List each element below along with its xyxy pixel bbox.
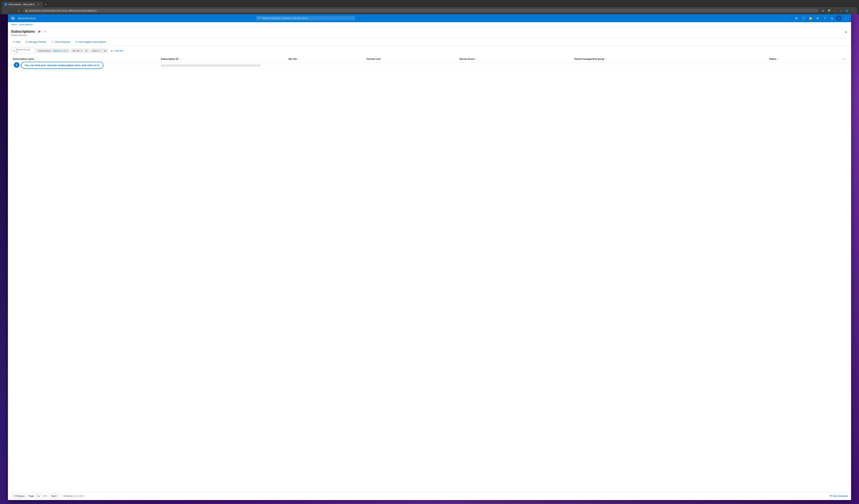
col-header-status[interactable]: Status ↑↓	[768, 56, 840, 63]
skeleton-id	[161, 64, 260, 67]
status-filter-label: Status ==	[92, 49, 102, 52]
toolbar: + + Add 📋 Manage Policies 📄 View Request…	[8, 38, 851, 46]
status-filter-value: all	[104, 49, 106, 52]
table-container: Subscription name ↑↓ Subscription ID ↑↓ …	[8, 56, 851, 492]
browser-toolbar: ← → ↻ 🔒 portal.azure.com/#view/Microsoft…	[2, 7, 857, 14]
col-header-actions: ⋯	[840, 56, 848, 63]
azure-window: Microsoft Azure 🔍 Search resources, serv…	[8, 14, 851, 500]
browser-actions: ⊞ 🧩 ☆ ▭ 👤 ⋮	[820, 8, 855, 13]
profile-icon[interactable]: 👤	[844, 8, 849, 13]
subscriptions-table: Subscription name ↑↓ Subscription ID ↑↓ …	[11, 56, 848, 69]
page-dropdown-icon: ∨	[39, 495, 41, 498]
feedback-icon: ⚑	[830, 495, 832, 498]
new-tab-button[interactable]: +	[43, 2, 48, 7]
browser-tabs: A Subscriptions - Microsoft A... ✕ +	[2, 2, 857, 7]
page-title-text: Subscriptions	[11, 30, 35, 34]
next-button[interactable]: Next >	[49, 494, 60, 499]
azure-logo[interactable]: Microsoft Azure	[18, 17, 36, 20]
col-header-subscription-id[interactable]: Subscription ID ↑↓	[159, 56, 287, 63]
myrole-filter-chip[interactable]: My role == all	[71, 49, 89, 53]
browser-extension-icon[interactable]: 🧩	[827, 8, 831, 13]
cell-row-actions	[840, 63, 848, 69]
col-header-parent-mgmt-group[interactable]: Parent management group ↑↓	[573, 56, 768, 63]
view-eligible-icon: 👁	[75, 41, 78, 43]
status-filter-chip[interactable]: Status == all	[90, 49, 108, 53]
give-feedback-button[interactable]: ⚑ Give feedback	[830, 495, 848, 498]
breadcrumb-subscriptions[interactable]: Subscriptions	[19, 24, 32, 26]
address-bar[interactable]: 🔒 portal.azure.com/#view/Microsoft_Azure…	[23, 9, 819, 13]
subscriptions-filter-value: Filtered (1 of 1)	[53, 49, 68, 52]
account-button[interactable]: 👤	[836, 15, 842, 21]
table-row[interactable]	[11, 63, 848, 69]
notifications-button[interactable]: 🔔	[808, 15, 814, 21]
cell-subscription-id	[159, 63, 287, 69]
col-header-subscription-name[interactable]: Subscription name ↑↓	[11, 56, 159, 63]
hamburger-menu-button[interactable]	[10, 16, 15, 20]
add-label: + Add	[14, 41, 20, 43]
minimize-button[interactable]: —	[43, 30, 47, 34]
page-content: Home › Subscriptions › Subscriptions 📌 —…	[8, 22, 851, 500]
manage-policies-button[interactable]: 📋 Manage Policies	[24, 40, 48, 44]
sidebar-icon[interactable]: ▭	[839, 8, 843, 13]
page-header: Subscriptions 📌 — Default Directory ✕	[8, 27, 851, 38]
azure-topbar: Microsoft Azure 🔍 Search resources, serv…	[8, 14, 851, 22]
more-options-icon[interactable]: ⋮	[850, 8, 855, 13]
bottom-bar: < Previous Page 1 ∨ of 1 Next > Showing …	[8, 492, 851, 500]
screen-cast-icon[interactable]: ⊞	[820, 8, 825, 13]
cloud-shell-button[interactable]: ⊞	[793, 15, 800, 21]
page-of-text: of 1	[43, 495, 47, 498]
bookmark-star-icon[interactable]: ☆	[832, 8, 837, 13]
sort-icon-secure: ↑↓	[476, 58, 478, 60]
directory-button[interactable]: ⬡	[800, 15, 807, 21]
page-number-select[interactable]: 1 ∨	[35, 494, 42, 498]
view-eligible-button[interactable]: 👁 View eligible subscriptions	[74, 40, 108, 44]
search-placeholder-text: Search resources, services, and docs (G+…	[262, 17, 308, 20]
breadcrumb-separator-1: ›	[18, 24, 18, 26]
page-title-row: Subscriptions 📌 —	[11, 30, 842, 34]
previous-button[interactable]: < Previous	[11, 494, 27, 499]
myrole-filter-value: all	[85, 49, 87, 52]
add-button[interactable]: + + Add	[11, 40, 22, 44]
sort-icon-name: ↑↓	[35, 58, 37, 60]
col-header-my-role[interactable]: My role ↑↓	[287, 56, 365, 63]
tab-close-button[interactable]: ✕	[37, 3, 40, 6]
address-lock-icon: 🔒	[25, 10, 28, 12]
feedback-label: Give feedback	[833, 495, 848, 498]
view-eligible-label: View eligible subscriptions	[78, 41, 106, 43]
myrole-filter-label: My role ==	[73, 49, 83, 52]
add-filter-button[interactable]: ⊕ + Add filter	[109, 49, 125, 53]
help-button[interactable]: ?	[822, 15, 828, 21]
breadcrumb-home[interactable]: Home	[11, 24, 17, 26]
callout-bubble: You can find your relevant susbscription…	[21, 62, 103, 69]
search-icon: 🔍	[258, 17, 261, 20]
settings-button[interactable]: ⚙	[815, 15, 821, 21]
feedback-topbar-button[interactable]: ◎	[829, 15, 835, 21]
browser-chrome: A Subscriptions - Microsoft A... ✕ + ← →…	[0, 0, 859, 14]
table-options-button[interactable]: ⋯	[842, 57, 846, 61]
manage-policies-label: Manage Policies	[29, 41, 46, 43]
table-header-row: Subscription name ↑↓ Subscription ID ↑↓ …	[11, 56, 848, 63]
add-filter-label: + Add filter	[113, 49, 124, 52]
sort-icon-parent: ↑↓	[605, 58, 607, 60]
address-text: portal.azure.com/#view/Microsoft_Azure_B…	[29, 10, 97, 12]
col-header-secure-score[interactable]: Secure Score ↑↓	[458, 56, 573, 63]
subscriptions-filter-chip[interactable]: Subscriptions : Filtered (1 of 1)	[36, 49, 70, 53]
view-requests-label: View Requests	[55, 41, 71, 43]
col-header-current-cost[interactable]: Current cost	[365, 56, 458, 63]
global-search-input[interactable]: 🔍 Search resources, services, and docs (…	[256, 16, 355, 20]
page-title-section: Subscriptions 📌 — Default Directory	[11, 30, 842, 36]
view-requests-button[interactable]: 📄 View Requests	[49, 40, 72, 44]
pin-button[interactable]: 📌	[36, 30, 41, 34]
breadcrumb: Home › Subscriptions ›	[8, 22, 851, 27]
nav-refresh-button[interactable]: ↻	[17, 8, 21, 13]
next-label: Next >	[51, 495, 58, 498]
topbar-more-button[interactable]: ⋮	[842, 15, 849, 21]
active-tab[interactable]: A Subscriptions - Microsoft A... ✕	[2, 2, 43, 7]
cell-secure-score	[458, 63, 573, 69]
page-text: Page	[28, 495, 34, 498]
page-value: 1	[37, 495, 38, 498]
nav-back-button[interactable]: ←	[4, 8, 9, 13]
close-button[interactable]: ✕	[844, 30, 848, 35]
subscription-search-input[interactable]: 🔍 Search for any fi...	[11, 48, 35, 54]
nav-forward-button[interactable]: →	[10, 8, 15, 13]
